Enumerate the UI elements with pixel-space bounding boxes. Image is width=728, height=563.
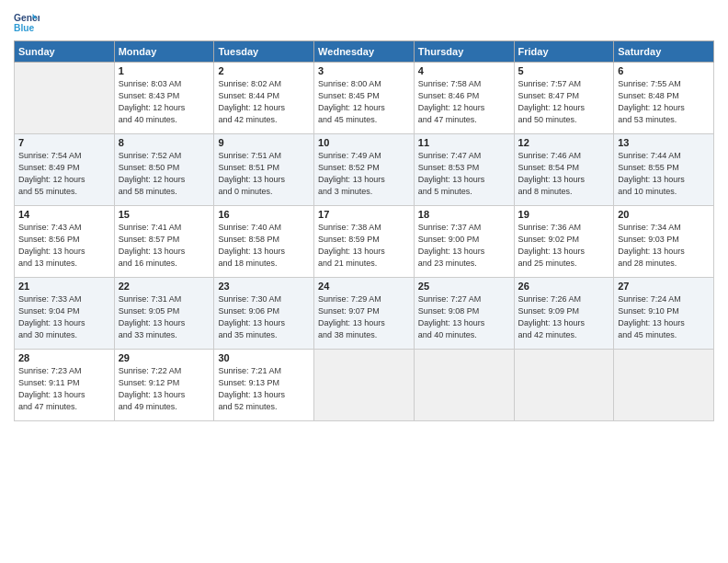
day-number: 13: [618, 137, 710, 148]
day-info: Sunrise: 7:38 AM Sunset: 8:59 PM Dayligh…: [318, 222, 410, 270]
day-number: 4: [418, 65, 510, 76]
day-info: Sunrise: 7:46 AM Sunset: 8:54 PM Dayligh…: [518, 150, 610, 198]
day-cell: 20Sunrise: 7:34 AM Sunset: 9:03 PM Dayli…: [614, 206, 714, 278]
day-cell: 8Sunrise: 7:52 AM Sunset: 8:50 PM Daylig…: [114, 134, 214, 206]
day-info: Sunrise: 7:40 AM Sunset: 8:58 PM Dayligh…: [218, 222, 310, 270]
col-header-thursday: Thursday: [414, 41, 514, 63]
day-cell: 12Sunrise: 7:46 AM Sunset: 8:54 PM Dayli…: [514, 134, 614, 206]
day-info: Sunrise: 7:49 AM Sunset: 8:52 PM Dayligh…: [318, 150, 410, 198]
day-cell: 3Sunrise: 8:00 AM Sunset: 8:45 PM Daylig…: [314, 63, 415, 134]
col-header-monday: Monday: [114, 41, 214, 63]
day-info: Sunrise: 7:27 AM Sunset: 9:08 PM Dayligh…: [418, 293, 510, 341]
day-info: Sunrise: 7:41 AM Sunset: 8:57 PM Dayligh…: [119, 222, 210, 270]
col-header-friday: Friday: [514, 41, 614, 63]
day-info: Sunrise: 7:43 AM Sunset: 8:56 PM Dayligh…: [18, 222, 110, 270]
col-header-wednesday: Wednesday: [314, 41, 415, 63]
day-cell: [314, 350, 415, 421]
day-number: 7: [18, 137, 110, 148]
day-cell: 6Sunrise: 7:55 AM Sunset: 8:48 PM Daylig…: [614, 63, 714, 134]
day-cell: 1Sunrise: 8:03 AM Sunset: 8:43 PM Daylig…: [114, 63, 214, 134]
col-header-tuesday: Tuesday: [214, 41, 314, 63]
day-info: Sunrise: 7:51 AM Sunset: 8:51 PM Dayligh…: [218, 150, 310, 198]
day-info: Sunrise: 7:21 AM Sunset: 9:13 PM Dayligh…: [218, 365, 310, 413]
day-info: Sunrise: 7:30 AM Sunset: 9:06 PM Dayligh…: [218, 293, 310, 341]
day-info: Sunrise: 7:34 AM Sunset: 9:03 PM Dayligh…: [618, 222, 710, 270]
logo-icon: General Blue: [14, 9, 40, 35]
day-cell: 15Sunrise: 7:41 AM Sunset: 8:57 PM Dayli…: [114, 206, 214, 278]
day-cell: 10Sunrise: 7:49 AM Sunset: 8:52 PM Dayli…: [314, 134, 415, 206]
day-cell: [15, 63, 115, 134]
day-cell: 16Sunrise: 7:40 AM Sunset: 8:58 PM Dayli…: [214, 206, 314, 278]
day-number: 16: [218, 209, 310, 220]
day-info: Sunrise: 8:00 AM Sunset: 8:45 PM Dayligh…: [318, 78, 410, 126]
calendar-table: SundayMondayTuesdayWednesdayThursdayFrid…: [14, 40, 714, 421]
day-info: Sunrise: 7:55 AM Sunset: 8:48 PM Dayligh…: [618, 78, 710, 126]
day-cell: 11Sunrise: 7:47 AM Sunset: 8:53 PM Dayli…: [414, 134, 514, 206]
week-row-1: 1Sunrise: 8:03 AM Sunset: 8:43 PM Daylig…: [15, 63, 714, 134]
day-number: 22: [119, 281, 210, 292]
day-number: 10: [318, 137, 410, 148]
day-cell: 18Sunrise: 7:37 AM Sunset: 9:00 PM Dayli…: [414, 206, 514, 278]
day-number: 28: [18, 352, 110, 363]
day-number: 9: [218, 137, 310, 148]
day-info: Sunrise: 7:47 AM Sunset: 8:53 PM Dayligh…: [418, 150, 510, 198]
day-number: 8: [119, 137, 210, 148]
day-info: Sunrise: 7:44 AM Sunset: 8:55 PM Dayligh…: [618, 150, 710, 198]
day-cell: 9Sunrise: 7:51 AM Sunset: 8:51 PM Daylig…: [214, 134, 314, 206]
day-number: 19: [518, 209, 610, 220]
day-number: 5: [518, 65, 610, 76]
day-cell: 5Sunrise: 7:57 AM Sunset: 8:47 PM Daylig…: [514, 63, 614, 134]
logo: General Blue: [14, 9, 40, 35]
day-cell: 26Sunrise: 7:26 AM Sunset: 9:09 PM Dayli…: [514, 278, 614, 350]
day-number: 25: [418, 281, 510, 292]
day-info: Sunrise: 7:24 AM Sunset: 9:10 PM Dayligh…: [618, 293, 710, 341]
day-cell: 21Sunrise: 7:33 AM Sunset: 9:04 PM Dayli…: [15, 278, 115, 350]
week-row-4: 21Sunrise: 7:33 AM Sunset: 9:04 PM Dayli…: [15, 278, 714, 350]
day-cell: 27Sunrise: 7:24 AM Sunset: 9:10 PM Dayli…: [614, 278, 714, 350]
day-info: Sunrise: 7:31 AM Sunset: 9:05 PM Dayligh…: [119, 293, 210, 341]
day-cell: 29Sunrise: 7:22 AM Sunset: 9:12 PM Dayli…: [114, 350, 214, 421]
day-info: Sunrise: 7:36 AM Sunset: 9:02 PM Dayligh…: [518, 222, 610, 270]
day-info: Sunrise: 7:37 AM Sunset: 9:00 PM Dayligh…: [418, 222, 510, 270]
col-header-saturday: Saturday: [614, 41, 714, 63]
week-row-2: 7Sunrise: 7:54 AM Sunset: 8:49 PM Daylig…: [15, 134, 714, 206]
day-info: Sunrise: 7:52 AM Sunset: 8:50 PM Dayligh…: [119, 150, 210, 198]
day-cell: 28Sunrise: 7:23 AM Sunset: 9:11 PM Dayli…: [15, 350, 115, 421]
day-cell: [614, 350, 714, 421]
day-info: Sunrise: 7:33 AM Sunset: 9:04 PM Dayligh…: [18, 293, 110, 341]
header-row: SundayMondayTuesdayWednesdayThursdayFrid…: [15, 41, 714, 63]
day-number: 30: [218, 352, 310, 363]
day-cell: 4Sunrise: 7:58 AM Sunset: 8:46 PM Daylig…: [414, 63, 514, 134]
day-cell: 2Sunrise: 8:02 AM Sunset: 8:44 PM Daylig…: [214, 63, 314, 134]
day-info: Sunrise: 7:22 AM Sunset: 9:12 PM Dayligh…: [119, 365, 210, 413]
day-cell: 24Sunrise: 7:29 AM Sunset: 9:07 PM Dayli…: [314, 278, 415, 350]
day-number: 11: [418, 137, 510, 148]
day-number: 17: [318, 209, 410, 220]
day-number: 15: [119, 209, 210, 220]
page: General Blue SundayMondayTuesdayWednesda…: [0, 0, 728, 563]
day-number: 27: [618, 281, 710, 292]
day-cell: 19Sunrise: 7:36 AM Sunset: 9:02 PM Dayli…: [514, 206, 614, 278]
day-info: Sunrise: 7:29 AM Sunset: 9:07 PM Dayligh…: [318, 293, 410, 341]
day-cell: 13Sunrise: 7:44 AM Sunset: 8:55 PM Dayli…: [614, 134, 714, 206]
week-row-5: 28Sunrise: 7:23 AM Sunset: 9:11 PM Dayli…: [15, 350, 714, 421]
col-header-sunday: Sunday: [15, 41, 115, 63]
day-cell: 25Sunrise: 7:27 AM Sunset: 9:08 PM Dayli…: [414, 278, 514, 350]
day-info: Sunrise: 7:57 AM Sunset: 8:47 PM Dayligh…: [518, 78, 610, 126]
day-info: Sunrise: 8:02 AM Sunset: 8:44 PM Dayligh…: [218, 78, 310, 126]
day-number: 14: [18, 209, 110, 220]
day-number: 6: [618, 65, 710, 76]
day-cell: 23Sunrise: 7:30 AM Sunset: 9:06 PM Dayli…: [214, 278, 314, 350]
day-number: 18: [418, 209, 510, 220]
header: General Blue: [14, 9, 714, 35]
day-info: Sunrise: 8:03 AM Sunset: 8:43 PM Dayligh…: [119, 78, 210, 126]
day-number: 3: [318, 65, 410, 76]
day-cell: 14Sunrise: 7:43 AM Sunset: 8:56 PM Dayli…: [15, 206, 115, 278]
day-cell: [514, 350, 614, 421]
day-cell: 30Sunrise: 7:21 AM Sunset: 9:13 PM Dayli…: [214, 350, 314, 421]
day-number: 23: [218, 281, 310, 292]
day-number: 24: [318, 281, 410, 292]
day-number: 21: [18, 281, 110, 292]
svg-text:Blue: Blue: [14, 23, 35, 33]
day-number: 29: [119, 352, 210, 363]
